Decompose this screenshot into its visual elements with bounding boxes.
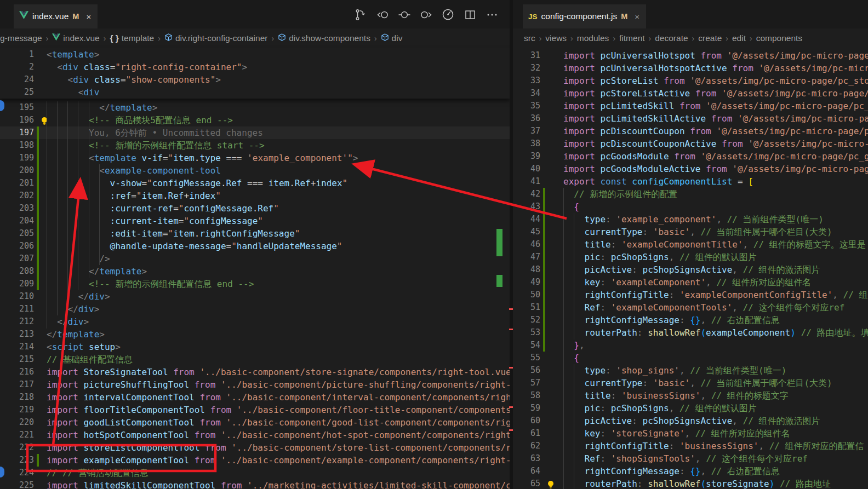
breadcrumb-item[interactable]: div.show-components [278,33,370,44]
tab-index-vue[interactable]: index.vue M × [14,4,98,28]
code-line[interactable]: 220import goodListComponentTool from '..… [0,416,510,429]
line-number[interactable]: 50 [513,289,540,301]
line-number[interactable]: 53 [513,326,540,339]
line-number[interactable]: 40 [513,163,540,175]
line-number[interactable]: 65 [513,478,540,489]
line-number[interactable]: 49 [513,276,540,289]
code-line[interactable]: 212 </div> [0,315,510,328]
line-number[interactable]: 64 [513,465,540,478]
split-editor-icon[interactable] [463,8,477,21]
line-number[interactable]: 199 [0,152,34,164]
code-line[interactable]: 62 rightConfigTitle: 'businessSigns', //… [513,440,868,452]
line-number[interactable]: 221 [0,429,34,441]
code-line[interactable]: 1<template> [0,48,510,61]
line-number[interactable]: 214 [0,341,34,353]
breadcrumb-item[interactable]: div.right-config-container [164,33,268,44]
line-number[interactable]: 201 [0,177,34,189]
code-line-content[interactable]: import pcStoreList from '@/assets/img/pc… [563,74,868,87]
code-line[interactable]: 63 Ref: 'shopSignsTools', // 这个组件每个对应ref [513,452,868,465]
line-number[interactable]: 54 [513,339,540,352]
code-line[interactable]: 200 <example-component-tool [0,164,510,177]
code-line[interactable]: 49 key: 'exampleComponent', // 组件所对应的组件名 [513,276,868,289]
code-line-content[interactable]: @handle-update-message="handleUpdateMess… [47,240,342,252]
line-number[interactable]: 62 [513,440,540,452]
code-line[interactable]: 210 </div> [0,290,510,303]
code-line-content[interactable]: <template v-if="item.type === 'example_c… [47,152,358,164]
code-line[interactable]: 55 { [513,352,868,364]
close-icon[interactable]: × [86,12,91,21]
breadcrumb-item[interactable]: { }template [110,33,154,43]
line-number[interactable]: 204 [0,215,34,227]
code-line[interactable]: 197 You, 6分钟前 • Uncommitted changes [0,126,510,139]
code-line[interactable]: 199 <template v-if="item.type === 'examp… [0,152,510,164]
code-line[interactable]: 208 </template> [0,265,510,278]
code-line-content[interactable]: // // 营销活动配置信息 [47,467,149,479]
code-line[interactable]: 219import floorTitleComponentTool from '… [0,404,510,416]
code-line[interactable]: 56 type: 'shop_signs', // 当前组件类型(唯一) [513,364,868,377]
line-number[interactable]: 36 [513,112,540,125]
code-line[interactable]: 45 currentType: 'basic', // 当前组件属于哪个栏目(大… [513,226,868,238]
code-line-content[interactable]: // 基础组件配置信息 [47,353,133,366]
line-number[interactable]: 61 [513,427,540,440]
line-number[interactable]: 60 [513,415,540,427]
line-number[interactable]: 42 [513,188,540,200]
line-number[interactable]: 35 [513,100,540,112]
breadcrumb-item[interactable]: g-message [0,33,42,43]
code-line[interactable]: 31import pcUniversalHotspot from '@/asse… [513,49,868,62]
line-number[interactable]: 34 [513,87,540,100]
code-line[interactable]: 217import pictureShufflingTool from '../… [0,378,510,391]
code-line[interactable]: 51 Ref: 'exampleComponentTools', // 这个组件… [513,301,868,314]
code-line[interactable]: 41export const configComponentList = [ [513,175,868,188]
line-number[interactable]: 47 [513,251,540,263]
code-line-content[interactable]: <script setup> [47,341,121,353]
code-line-content[interactable]: key: 'storeSignate', // 组件所对应的组件名 [563,427,790,440]
code-line-content[interactable]: import pictureShufflingTool from '../bas… [47,378,510,391]
code-line-content[interactable]: :edit-item="item.rightConfigMessage" [47,227,300,240]
code-line[interactable]: 47 pic: pcShopSigns, // 组件的默认图片 [513,251,868,263]
code-line-content[interactable]: import limitedSkillComponentTool from '.… [47,479,510,489]
code-line[interactable]: 196 <!-- 商品模块5配置信息 end --> [0,114,510,126]
code-line-content[interactable]: { [563,352,579,364]
line-number[interactable]: 220 [0,416,34,429]
code-line[interactable]: 224// // 营销活动配置信息 [0,467,510,479]
line-number[interactable]: 202 [0,189,34,202]
line-number[interactable]: 212 [0,315,34,328]
code-line[interactable]: 46 title: 'exampleComponentTitle', // 组件… [513,238,868,251]
code-line[interactable]: 52 rightConfigMessage: {}, // 右边配置信息 [513,314,868,326]
code-line[interactable]: 203 :current-ref="configMessage.Ref" [0,202,510,215]
line-number[interactable]: 48 [513,263,540,276]
changes-icon[interactable] [397,8,411,21]
code-line[interactable]: 33import pcStoreList from '@/assets/img/… [513,74,868,87]
code-line-content[interactable]: import pcLimitedSkill from '@/assets/img… [563,100,868,112]
code-line-content[interactable]: pic: pcShopSigns, // 组件的默认图片 [563,402,757,415]
code-line[interactable]: 58 title: 'businessSigns', // 组件的标题文字 [513,389,868,402]
code-line-content[interactable]: import pcStoreListActive from '@/assets/… [563,87,868,100]
code-line-content[interactable]: currentType: 'basic', // 当前组件属于哪个栏目(大类) [563,377,832,389]
breadcrumb-item[interactable]: fitment [619,33,645,43]
line-number[interactable]: 219 [0,404,34,416]
code-line[interactable]: 216import StoreSignateTool from '../basi… [0,366,510,378]
code-line-content[interactable]: rightConfigTitle: 'exampleComponentConfi… [563,289,868,301]
line-number[interactable]: 208 [0,265,34,278]
code-line[interactable]: 223import exampleComponentTool from '../… [0,454,510,467]
line-number[interactable]: 24 [0,73,34,86]
line-number[interactable]: 215 [0,353,34,366]
breadcrumb-item[interactable]: decorate [655,33,688,43]
line-number[interactable]: 217 [0,378,34,391]
code-line-content[interactable]: You, 6分钟前 • Uncommitted changes [47,126,263,139]
line-number[interactable]: 55 [513,352,540,364]
line-number[interactable]: 38 [513,137,540,150]
code-line[interactable]: 222import storeListComponentTool from '.… [0,441,510,454]
code-line[interactable]: 53 routerPath: shallowRef(exampleCompone… [513,326,868,339]
code-line-content[interactable]: rightConfigMessage: {}, // 右边配置信息 [563,314,780,326]
code-line-content[interactable]: <div class="right-config-container"> [47,61,247,73]
code-line-content[interactable]: pic: pcShopSigns, // 组件的默认图片 [563,251,757,263]
code-line[interactable]: 209 <!-- 新增的示例组件配置信息 end --> [0,278,510,290]
line-number[interactable]: 210 [0,290,34,303]
line-number[interactable]: 197 [0,126,34,139]
code-line-content[interactable]: <!-- 新增的示例组件配置信息 start --> [47,139,265,152]
line-number[interactable]: 222 [0,441,34,454]
breadcrumb-item[interactable]: edit [732,33,746,43]
compare-changes-icon[interactable] [353,8,367,21]
code-line-content[interactable]: type: 'shop_signs', // 当前组件类型(唯一) [563,364,786,377]
